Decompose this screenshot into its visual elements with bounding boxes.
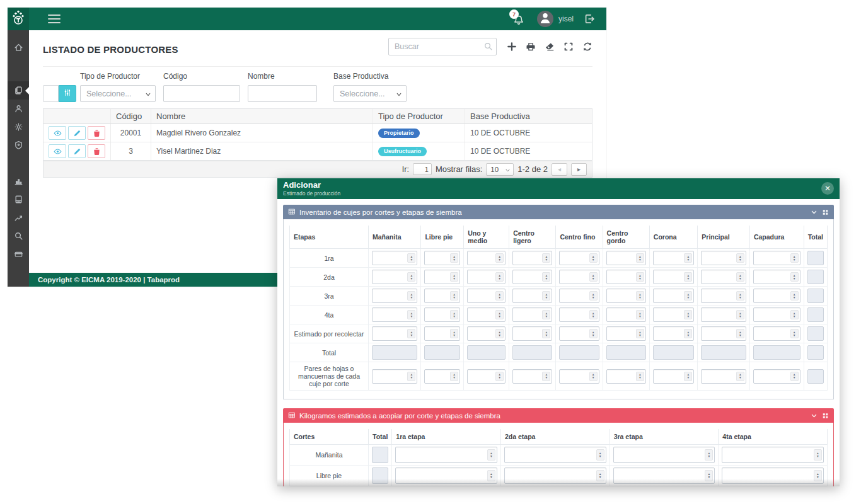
- view-row-button[interactable]: [49, 144, 66, 158]
- edit-row-button[interactable]: [68, 144, 86, 158]
- number-spinner[interactable]: ▴▾: [736, 310, 744, 319]
- sidebar-item-credit-card[interactable]: [8, 245, 29, 263]
- number-spinner[interactable]: ▴▾: [589, 329, 598, 338]
- next-page-button[interactable]: ▸: [571, 163, 587, 176]
- refresh-button[interactable]: [582, 42, 592, 52]
- add-button[interactable]: [506, 42, 517, 52]
- number-spinner[interactable]: ▴▾: [407, 291, 415, 301]
- number-spinner[interactable]: ▴▾: [684, 372, 692, 381]
- number-spinner[interactable]: ▴▾: [450, 310, 458, 319]
- notifications-button[interactable]: 7: [513, 11, 527, 26]
- number-spinner[interactable]: ▴▾: [705, 470, 713, 481]
- number-spinner[interactable]: ▴▾: [407, 310, 415, 319]
- user-name[interactable]: yisel: [558, 14, 574, 23]
- search-input[interactable]: [388, 38, 497, 55]
- number-spinner[interactable]: ▴▾: [684, 291, 692, 301]
- number-spinner[interactable]: ▴▾: [684, 272, 692, 282]
- number-spinner[interactable]: ▴▾: [542, 291, 550, 301]
- sidebar-item-bar-chart[interactable]: [8, 172, 29, 190]
- number-spinner[interactable]: ▴▾: [790, 372, 799, 381]
- number-spinner[interactable]: ▴▾: [636, 272, 644, 282]
- number-spinner[interactable]: ▴▾: [636, 253, 644, 263]
- fullscreen-button[interactable]: [563, 42, 574, 52]
- number-input[interactable]: [722, 447, 824, 463]
- widget-grid-icon[interactable]: [822, 209, 829, 215]
- sidebar-item-users[interactable]: [8, 100, 29, 118]
- number-spinner[interactable]: ▴▾: [790, 310, 799, 319]
- filter-nombre-input[interactable]: [248, 85, 317, 102]
- number-spinner[interactable]: ▴▾: [589, 310, 598, 319]
- number-spinner[interactable]: ▴▾: [450, 329, 458, 338]
- clean-button[interactable]: [544, 42, 555, 52]
- number-spinner[interactable]: ▴▾: [596, 449, 604, 461]
- number-spinner[interactable]: ▴▾: [450, 272, 458, 282]
- number-spinner[interactable]: ▴▾: [407, 372, 415, 381]
- sidebar-item-line-chart[interactable]: [8, 209, 29, 227]
- number-spinner[interactable]: ▴▾: [495, 291, 504, 301]
- widget-grid-icon[interactable]: [822, 412, 829, 419]
- sidebar-item-search[interactable]: [8, 227, 29, 245]
- number-spinner[interactable]: ▴▾: [684, 329, 692, 338]
- number-spinner[interactable]: ▴▾: [636, 329, 644, 338]
- number-spinner[interactable]: ▴▾: [542, 310, 550, 319]
- previous-page-button[interactable]: ◂: [552, 163, 567, 176]
- collapse-chevron-icon[interactable]: [811, 412, 818, 419]
- sidebar-item-ledger[interactable]: [8, 190, 29, 209]
- number-spinner[interactable]: ▴▾: [589, 253, 598, 263]
- number-spinner[interactable]: ▴▾: [736, 291, 744, 301]
- number-spinner[interactable]: ▴▾: [736, 253, 744, 263]
- delete-row-button[interactable]: [88, 126, 105, 140]
- number-spinner[interactable]: ▴▾: [542, 329, 550, 338]
- number-spinner[interactable]: ▴▾: [495, 329, 504, 338]
- number-spinner[interactable]: ▴▾: [705, 449, 713, 461]
- kilogramos-panel-header[interactable]: Kilogramos estimados a acopiar por corte…: [283, 408, 834, 423]
- number-spinner[interactable]: ▴▾: [495, 272, 504, 282]
- number-input[interactable]: [722, 467, 824, 484]
- filter-toggle-button[interactable]: [59, 85, 76, 102]
- number-spinner[interactable]: ▴▾: [814, 470, 822, 481]
- number-spinner[interactable]: ▴▾: [495, 310, 504, 319]
- number-spinner[interactable]: ▴▾: [596, 470, 604, 481]
- filter-base-select[interactable]: Seleccione...: [333, 85, 407, 102]
- number-spinner[interactable]: ▴▾: [450, 291, 458, 301]
- brand-logo[interactable]: [8, 8, 29, 30]
- sidebar-item-shield[interactable]: [8, 136, 29, 154]
- number-spinner[interactable]: ▴▾: [790, 329, 799, 338]
- number-input[interactable]: [613, 467, 715, 484]
- user-avatar[interactable]: [537, 11, 553, 27]
- number-spinner[interactable]: ▴▾: [790, 272, 799, 282]
- sidebar-item-documents[interactable]: [8, 81, 29, 100]
- number-spinner[interactable]: ▴▾: [542, 253, 550, 263]
- number-spinner[interactable]: ▴▾: [814, 449, 822, 461]
- filter-codigo-input[interactable]: [163, 85, 240, 102]
- number-spinner[interactable]: ▴▾: [407, 329, 415, 338]
- number-spinner[interactable]: ▴▾: [407, 253, 415, 263]
- view-row-button[interactable]: [49, 126, 66, 140]
- number-spinner[interactable]: ▴▾: [487, 449, 495, 461]
- modal-close-button[interactable]: ✕: [821, 182, 834, 195]
- rows-per-page-select[interactable]: 10: [486, 163, 514, 176]
- number-spinner[interactable]: ▴▾: [790, 253, 799, 263]
- edit-row-button[interactable]: [68, 126, 86, 140]
- number-input[interactable]: [395, 447, 497, 463]
- inventario-panel-header[interactable]: Inventario de cujes por cortes y etapas …: [283, 205, 834, 219]
- number-spinner[interactable]: ▴▾: [636, 291, 644, 301]
- number-spinner[interactable]: ▴▾: [684, 253, 692, 263]
- number-spinner[interactable]: ▴▾: [736, 272, 744, 282]
- number-spinner[interactable]: ▴▾: [589, 272, 598, 282]
- menu-toggle-button[interactable]: [48, 12, 61, 26]
- page-number-input[interactable]: [413, 163, 432, 175]
- collapse-chevron-icon[interactable]: [811, 209, 818, 215]
- number-spinner[interactable]: ▴▾: [495, 372, 504, 381]
- number-spinner[interactable]: ▴▾: [636, 310, 644, 319]
- sidebar-item-home[interactable]: [8, 38, 29, 57]
- number-spinner[interactable]: ▴▾: [589, 291, 598, 301]
- number-input[interactable]: [613, 447, 715, 463]
- filter-tipo-select[interactable]: Seleccione...: [80, 85, 156, 102]
- logout-button[interactable]: [584, 13, 595, 25]
- number-spinner[interactable]: ▴▾: [790, 291, 799, 301]
- number-spinner[interactable]: ▴▾: [636, 372, 644, 381]
- number-spinner[interactable]: ▴▾: [487, 470, 495, 481]
- number-spinner[interactable]: ▴▾: [736, 372, 744, 381]
- number-spinner[interactable]: ▴▾: [450, 253, 458, 263]
